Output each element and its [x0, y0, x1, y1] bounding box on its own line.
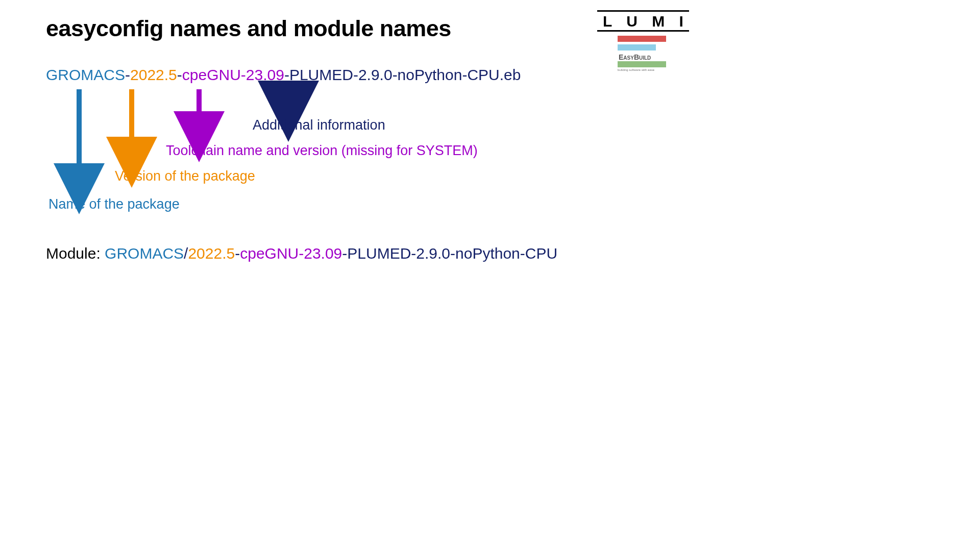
- module-toolchain: cpeGNU-23.09: [240, 245, 342, 262]
- eb-bar-red: [618, 36, 666, 42]
- label-additional: Additional information: [253, 117, 385, 133]
- filename-extension: .eb: [500, 66, 521, 83]
- easyconfig-filename: GROMACS-2022.5-cpeGNU-23.09-PLUMED-2.9.0…: [46, 66, 521, 84]
- eb-bar-blue: [618, 44, 656, 51]
- filename-package-name: GROMACS: [46, 66, 125, 83]
- easybuild-text: EasyBuild: [619, 53, 651, 61]
- dash: -: [177, 66, 182, 83]
- filename-version: 2022.5: [130, 66, 177, 83]
- dash: -: [342, 245, 347, 262]
- dash: -: [284, 66, 289, 83]
- module-version: 2022.5: [188, 245, 235, 262]
- label-name: Name of the package: [48, 196, 180, 212]
- filename-suffix: PLUMED-2.9.0-noPython-CPU: [289, 66, 500, 83]
- label-version: Version of the package: [115, 168, 255, 184]
- eb-bar-green: [618, 61, 666, 67]
- easybuild-tagline: building software with ease: [618, 68, 689, 71]
- module-package-name: GROMACS: [105, 245, 184, 262]
- slide: easyconfig names and module names L U M …: [0, 0, 735, 413]
- slide-title: easyconfig names and module names: [46, 15, 451, 42]
- lumi-logo: L U M I: [597, 10, 689, 32]
- dash: -: [125, 66, 130, 83]
- module-prefix: Module:: [46, 245, 105, 262]
- label-toolchain: Toolchain name and version (missing for …: [166, 143, 478, 159]
- dash: -: [235, 245, 240, 262]
- easybuild-logo: EasyBuild building software with ease: [618, 36, 689, 71]
- module-name-line: Module: GROMACS/2022.5-cpeGNU-23.09-PLUM…: [46, 245, 557, 262]
- filename-toolchain: cpeGNU-23.09: [182, 66, 284, 83]
- logo-block: L U M I EasyBuild building software with…: [597, 10, 689, 71]
- module-suffix: PLUMED-2.9.0-noPython-CPU: [347, 245, 557, 262]
